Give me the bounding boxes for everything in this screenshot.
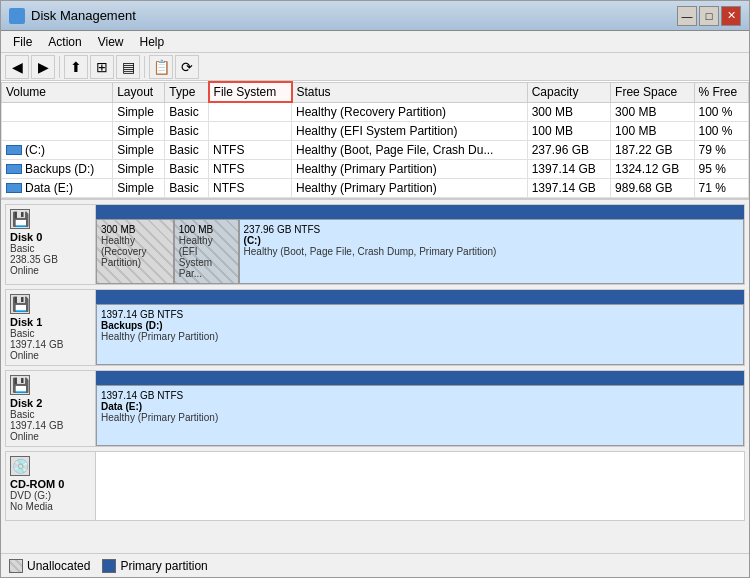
cell-layout: Simple — [113, 178, 165, 197]
legend-unallocated: Unallocated — [9, 559, 90, 573]
menu-view[interactable]: View — [90, 33, 132, 51]
disk-icon-0: 💾 — [10, 209, 30, 229]
disk-name-2: Disk 2 — [10, 397, 91, 409]
menu-help[interactable]: Help — [132, 33, 173, 51]
cell-capacity: 300 MB — [527, 102, 610, 121]
disk-parts-row-1: 1397.14 GB NTFSBackups (D:)Healthy (Prim… — [96, 304, 744, 365]
col-capacity[interactable]: Capacity — [527, 82, 610, 102]
cell-free: 187.22 GB — [611, 140, 694, 159]
disk-status-1: Online — [10, 350, 91, 361]
disk-parts-row-2: 1397.14 GB NTFSData (E:)Healthy (Primary… — [96, 385, 744, 446]
disk-label-2: 💾Disk 2Basic1397.14 GBOnline — [6, 371, 96, 446]
disk-type-2: Basic — [10, 409, 91, 420]
col-freespace[interactable]: Free Space — [611, 82, 694, 102]
cell-status: Healthy (Boot, Page File, Crash Du... — [292, 140, 528, 159]
disk-header-1 — [96, 290, 744, 304]
cell-volume: Backups (D:) — [2, 159, 113, 178]
properties-button[interactable]: 📋 — [149, 55, 173, 79]
table-row[interactable]: Data (E:) Simple Basic NTFS Healthy (Pri… — [2, 178, 749, 197]
table-row[interactable]: (C:) Simple Basic NTFS Healthy (Boot, Pa… — [2, 140, 749, 159]
cell-capacity: 1397.14 GB — [527, 178, 610, 197]
cell-layout: Simple — [113, 140, 165, 159]
col-filesystem[interactable]: File System — [209, 82, 292, 102]
grid-button[interactable]: ⊞ — [90, 55, 114, 79]
col-pctfree[interactable]: % Free — [694, 82, 749, 102]
disk-name-1: Disk 1 — [10, 316, 91, 328]
cell-capacity: 1397.14 GB — [527, 159, 610, 178]
partition-size-0-0: 300 MB — [101, 224, 169, 235]
disk-size-1: 1397.14 GB — [10, 339, 91, 350]
window: Disk Management — □ ✕ File Action View H… — [0, 0, 750, 578]
cell-status: Healthy (Primary Partition) — [292, 159, 528, 178]
toolbar-separator-2 — [144, 56, 145, 78]
forward-button[interactable]: ▶ — [31, 55, 55, 79]
disk-parts-row-0: 300 MBHealthy (Recovery Partition)100 MB… — [96, 219, 744, 284]
minimize-button[interactable]: — — [677, 6, 697, 26]
cell-capacity: 237.96 GB — [527, 140, 610, 159]
close-button[interactable]: ✕ — [721, 6, 741, 26]
cell-layout: Simple — [113, 102, 165, 121]
partition-size-0-1: 100 MB — [179, 224, 234, 235]
cell-volume — [2, 121, 113, 140]
cell-free: 100 MB — [611, 121, 694, 140]
table-row[interactable]: Backups (D:) Simple Basic NTFS Healthy (… — [2, 159, 749, 178]
partition-size-0-2: 237.96 GB NTFS — [244, 224, 739, 235]
legend-primary: Primary partition — [102, 559, 207, 573]
menu-file[interactable]: File — [5, 33, 40, 51]
disk-status-0: Online — [10, 265, 91, 276]
partition-0-1[interactable]: 100 MBHealthy (EFI System Par... — [174, 219, 239, 284]
disk-partitions-2: 1397.14 GB NTFSData (E:)Healthy (Primary… — [96, 371, 744, 446]
disk-partitions-0: 300 MBHealthy (Recovery Partition)100 MB… — [96, 205, 744, 284]
cell-pct: 95 % — [694, 159, 749, 178]
panel-button[interactable]: ▤ — [116, 55, 140, 79]
cell-type: Basic — [165, 121, 209, 140]
menu-action[interactable]: Action — [40, 33, 89, 51]
cell-free: 1324.12 GB — [611, 159, 694, 178]
volume-table-section: Volume Layout Type File System Status Ca… — [1, 81, 749, 200]
partition-label-0-2: (C:) — [244, 235, 739, 246]
disk-size-2: 1397.14 GB — [10, 420, 91, 431]
cell-status: Healthy (Recovery Partition) — [292, 102, 528, 121]
partition-1-0[interactable]: 1397.14 GB NTFSBackups (D:)Healthy (Prim… — [96, 304, 744, 365]
partition-label-2-0: Data (E:) — [101, 401, 739, 412]
partition-0-0[interactable]: 300 MBHealthy (Recovery Partition) — [96, 219, 174, 284]
cell-volume — [2, 102, 113, 121]
partition-0-2[interactable]: 237.96 GB NTFS(C:)Healthy (Boot, Page Fi… — [239, 219, 744, 284]
partition-2-0[interactable]: 1397.14 GB NTFSData (E:)Healthy (Primary… — [96, 385, 744, 446]
table-row[interactable]: Simple Basic Healthy (EFI System Partiti… — [2, 121, 749, 140]
disk-label-0: 💾Disk 0Basic238.35 GBOnline — [6, 205, 96, 284]
col-volume[interactable]: Volume — [2, 82, 113, 102]
disk-icon-3: 💿 — [10, 456, 30, 476]
refresh-button[interactable]: ⟳ — [175, 55, 199, 79]
toolbar: ◀ ▶ ⬆ ⊞ ▤ 📋 ⟳ — [1, 53, 749, 81]
col-status[interactable]: Status — [292, 82, 528, 102]
cell-pct: 100 % — [694, 121, 749, 140]
cell-type: Basic — [165, 102, 209, 121]
disk-type-0: Basic — [10, 243, 91, 254]
disks-section: 💾Disk 0Basic238.35 GBOnline300 MBHealthy… — [1, 200, 749, 554]
window-controls: — □ ✕ — [677, 6, 741, 26]
maximize-button[interactable]: □ — [699, 6, 719, 26]
main-content: Volume Layout Type File System Status Ca… — [1, 81, 749, 577]
disk-partitions-3 — [96, 452, 744, 520]
table-row[interactable]: Simple Basic Healthy (Recovery Partition… — [2, 102, 749, 121]
back-button[interactable]: ◀ — [5, 55, 29, 79]
partition-desc-0-0: Healthy (Recovery Partition) — [101, 235, 169, 268]
col-layout[interactable]: Layout — [113, 82, 165, 102]
up-button[interactable]: ⬆ — [64, 55, 88, 79]
disk-type-1: Basic — [10, 328, 91, 339]
legend-primary-box — [102, 559, 116, 573]
partition-desc-2-0: Healthy (Primary Partition) — [101, 412, 739, 423]
disk-header-2 — [96, 371, 744, 385]
partition-size-1-0: 1397.14 GB NTFS — [101, 309, 739, 320]
legend-primary-label: Primary partition — [120, 559, 207, 573]
col-type[interactable]: Type — [165, 82, 209, 102]
cell-free: 300 MB — [611, 102, 694, 121]
cell-status: Healthy (Primary Partition) — [292, 178, 528, 197]
cell-pct: 100 % — [694, 102, 749, 121]
title-bar: Disk Management — □ ✕ — [1, 1, 749, 31]
disk-icon-1: 💾 — [10, 294, 30, 314]
cell-capacity: 100 MB — [527, 121, 610, 140]
cell-pct: 71 % — [694, 178, 749, 197]
legend: Unallocated Primary partition — [1, 553, 749, 577]
